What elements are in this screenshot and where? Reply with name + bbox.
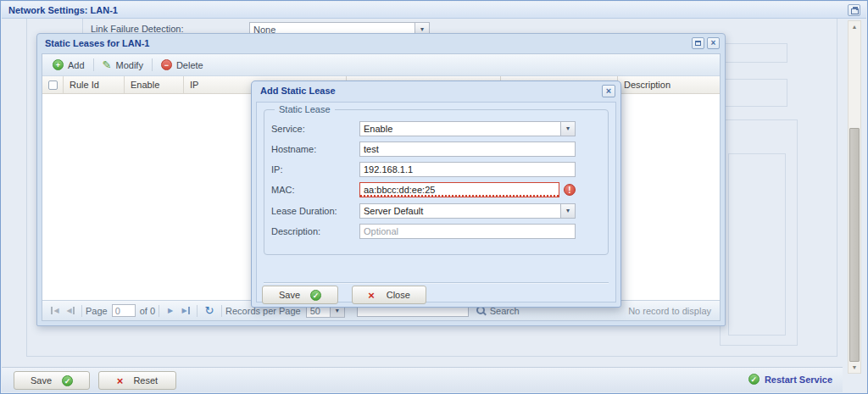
modify-label: Modify xyxy=(115,60,142,70)
lease-duration-label: Lease Duration: xyxy=(271,206,359,216)
restart-icon: ✓ xyxy=(748,374,760,385)
page-of-label: of 0 xyxy=(140,306,155,316)
add-button[interactable]: + Add xyxy=(47,58,91,72)
column-header-description[interactable]: Description xyxy=(618,76,720,93)
previous-page-button[interactable]: ◀ xyxy=(63,307,78,314)
maximize-icon xyxy=(695,41,701,46)
maximize-button[interactable] xyxy=(692,37,704,49)
scroll-down-icon[interactable]: ▼ xyxy=(849,362,860,373)
error-icon: ! xyxy=(564,184,576,196)
column-header-enable[interactable]: Enable xyxy=(125,76,184,93)
checkbox-icon xyxy=(48,80,58,90)
footer-save-label: Save xyxy=(31,375,52,386)
dialog-close-action-button[interactable]: × Close xyxy=(352,286,426,304)
refresh-icon[interactable]: ↻ xyxy=(201,304,218,317)
service-select[interactable]: Enable ▾ xyxy=(359,121,576,136)
background-fieldset xyxy=(728,153,786,336)
add-static-lease-dialog: Add Static Lease × Static Lease Service:… xyxy=(251,80,621,308)
invalid-underline xyxy=(360,195,559,197)
lease-duration-select[interactable]: Server Default ▾ xyxy=(359,203,576,219)
page-label: Page xyxy=(86,306,108,316)
restart-service-label: Restart Service xyxy=(765,375,832,385)
popout-icon[interactable] xyxy=(848,4,860,16)
footer-bar: Save ✓ × Reset ✓ Restart Service xyxy=(2,367,843,392)
modify-button[interactable]: ✎ Modify xyxy=(97,58,149,72)
ip-label: IP: xyxy=(271,164,359,175)
scroll-up-icon[interactable]: ▲ xyxy=(849,21,860,32)
page-number-input[interactable] xyxy=(112,304,136,317)
first-page-button[interactable]: ◀ xyxy=(47,307,63,314)
static-leases-title: Static Leases for LAN-1 xyxy=(45,38,149,48)
vertical-scrollbar[interactable]: ▲ ▼ xyxy=(848,20,861,374)
x-icon: × xyxy=(117,375,124,387)
pencil-icon: ✎ xyxy=(103,59,112,70)
background-fieldset xyxy=(720,79,787,107)
service-label: Service: xyxy=(271,124,359,134)
check-icon: ✓ xyxy=(310,290,321,301)
delete-button[interactable]: − Delete xyxy=(155,58,209,72)
chevron-down-icon[interactable]: ▾ xyxy=(560,122,575,136)
dialog-separator xyxy=(264,282,609,284)
grid-toolbar: + Add ✎ Modify − Delete xyxy=(42,54,720,76)
main-titlebar: Network Settings: LAN-1 xyxy=(2,2,866,19)
next-page-button[interactable]: ▶ xyxy=(163,307,178,314)
dialog-close-button[interactable]: × xyxy=(602,85,615,97)
background-fieldset xyxy=(720,43,787,63)
delete-label: Delete xyxy=(176,60,203,70)
close-icon: × xyxy=(711,38,716,47)
select-all-checkbox[interactable] xyxy=(42,76,64,93)
ip-field[interactable] xyxy=(359,162,576,177)
hostname-label: Hostname: xyxy=(271,144,359,154)
hostname-field[interactable] xyxy=(359,142,576,157)
chevron-down-icon[interactable]: ▾ xyxy=(560,204,575,218)
save-button[interactable]: Save ✓ xyxy=(14,371,90,390)
description-field[interactable] xyxy=(359,224,576,239)
check-icon: ✓ xyxy=(62,375,73,386)
background-divider xyxy=(82,19,83,34)
reset-button[interactable]: × Reset xyxy=(98,371,176,390)
last-page-button[interactable]: ▶ xyxy=(178,307,193,314)
record-count-status: No record to display xyxy=(628,306,715,316)
page-title: Network Settings: LAN-1 xyxy=(8,5,118,15)
column-header-rule-id[interactable]: Rule Id xyxy=(64,76,125,93)
description-label: Description: xyxy=(271,226,359,236)
close-label: Close xyxy=(387,290,410,300)
close-icon: × xyxy=(606,86,611,96)
footer-reset-label: Reset xyxy=(133,375,158,386)
network-settings-window: Network Settings: LAN-1 Link Failure Det… xyxy=(0,0,868,394)
add-label: Add xyxy=(68,60,85,70)
static-lease-fieldset: Static Lease Service: Enable ▾ Hostname:… xyxy=(264,109,609,255)
x-icon: × xyxy=(368,289,375,302)
restart-service-button[interactable]: ✓ Restart Service xyxy=(748,374,832,385)
fieldset-legend: Static Lease xyxy=(275,104,335,114)
add-icon: + xyxy=(53,59,64,70)
save-label: Save xyxy=(279,290,300,300)
scrollbar-thumb[interactable] xyxy=(849,128,860,362)
delete-icon: − xyxy=(161,59,172,70)
mac-label: MAC: xyxy=(271,185,359,195)
dialog-save-button[interactable]: Save ✓ xyxy=(262,286,338,304)
close-button[interactable]: × xyxy=(707,37,720,49)
dialog-title: Add Static Lease xyxy=(260,86,336,96)
